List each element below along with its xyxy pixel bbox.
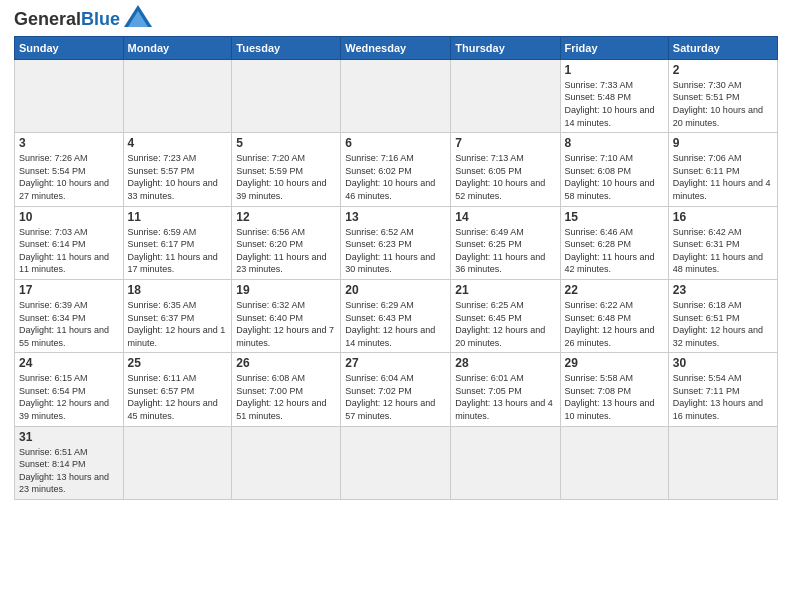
day-info: Sunrise: 6:51 AM Sunset: 8:14 PM Dayligh… [19, 446, 119, 496]
day-info: Sunrise: 6:11 AM Sunset: 6:57 PM Dayligh… [128, 372, 228, 422]
day-info: Sunrise: 5:58 AM Sunset: 7:08 PM Dayligh… [565, 372, 664, 422]
calendar-cell: 17Sunrise: 6:39 AM Sunset: 6:34 PM Dayli… [15, 279, 124, 352]
weekday-header-thursday: Thursday [451, 36, 560, 59]
calendar-cell: 11Sunrise: 6:59 AM Sunset: 6:17 PM Dayli… [123, 206, 232, 279]
calendar-cell: 10Sunrise: 7:03 AM Sunset: 6:14 PM Dayli… [15, 206, 124, 279]
calendar-cell: 26Sunrise: 6:08 AM Sunset: 7:00 PM Dayli… [232, 353, 341, 426]
calendar-cell: 2Sunrise: 7:30 AM Sunset: 5:51 PM Daylig… [668, 59, 777, 132]
calendar-cell: 9Sunrise: 7:06 AM Sunset: 6:11 PM Daylig… [668, 133, 777, 206]
day-info: Sunrise: 6:25 AM Sunset: 6:45 PM Dayligh… [455, 299, 555, 349]
day-number: 12 [236, 210, 336, 224]
week-row-2: 10Sunrise: 7:03 AM Sunset: 6:14 PM Dayli… [15, 206, 778, 279]
day-info: Sunrise: 6:32 AM Sunset: 6:40 PM Dayligh… [236, 299, 336, 349]
day-number: 15 [565, 210, 664, 224]
calendar-cell: 5Sunrise: 7:20 AM Sunset: 5:59 PM Daylig… [232, 133, 341, 206]
day-info: Sunrise: 7:26 AM Sunset: 5:54 PM Dayligh… [19, 152, 119, 202]
calendar-cell: 28Sunrise: 6:01 AM Sunset: 7:05 PM Dayli… [451, 353, 560, 426]
day-info: Sunrise: 6:56 AM Sunset: 6:20 PM Dayligh… [236, 226, 336, 276]
day-info: Sunrise: 7:20 AM Sunset: 5:59 PM Dayligh… [236, 152, 336, 202]
logo-text: GeneralBlue [14, 10, 120, 30]
weekday-header-friday: Friday [560, 36, 668, 59]
week-row-3: 17Sunrise: 6:39 AM Sunset: 6:34 PM Dayli… [15, 279, 778, 352]
day-number: 11 [128, 210, 228, 224]
calendar-cell: 31Sunrise: 6:51 AM Sunset: 8:14 PM Dayli… [15, 426, 124, 499]
calendar-cell: 7Sunrise: 7:13 AM Sunset: 6:05 PM Daylig… [451, 133, 560, 206]
calendar-cell [341, 59, 451, 132]
week-row-4: 24Sunrise: 6:15 AM Sunset: 6:54 PM Dayli… [15, 353, 778, 426]
calendar-cell [123, 426, 232, 499]
week-row-5: 31Sunrise: 6:51 AM Sunset: 8:14 PM Dayli… [15, 426, 778, 499]
day-info: Sunrise: 7:10 AM Sunset: 6:08 PM Dayligh… [565, 152, 664, 202]
calendar-cell: 23Sunrise: 6:18 AM Sunset: 6:51 PM Dayli… [668, 279, 777, 352]
day-info: Sunrise: 7:30 AM Sunset: 5:51 PM Dayligh… [673, 79, 773, 129]
day-number: 20 [345, 283, 446, 297]
day-number: 27 [345, 356, 446, 370]
day-info: Sunrise: 6:52 AM Sunset: 6:23 PM Dayligh… [345, 226, 446, 276]
day-info: Sunrise: 6:39 AM Sunset: 6:34 PM Dayligh… [19, 299, 119, 349]
day-number: 29 [565, 356, 664, 370]
weekday-header-monday: Monday [123, 36, 232, 59]
day-number: 2 [673, 63, 773, 77]
day-info: Sunrise: 6:15 AM Sunset: 6:54 PM Dayligh… [19, 372, 119, 422]
calendar-cell: 24Sunrise: 6:15 AM Sunset: 6:54 PM Dayli… [15, 353, 124, 426]
day-info: Sunrise: 6:22 AM Sunset: 6:48 PM Dayligh… [565, 299, 664, 349]
calendar-cell: 14Sunrise: 6:49 AM Sunset: 6:25 PM Dayli… [451, 206, 560, 279]
day-info: Sunrise: 7:16 AM Sunset: 6:02 PM Dayligh… [345, 152, 446, 202]
day-info: Sunrise: 6:04 AM Sunset: 7:02 PM Dayligh… [345, 372, 446, 422]
day-number: 26 [236, 356, 336, 370]
day-info: Sunrise: 6:46 AM Sunset: 6:28 PM Dayligh… [565, 226, 664, 276]
day-number: 23 [673, 283, 773, 297]
week-row-1: 3Sunrise: 7:26 AM Sunset: 5:54 PM Daylig… [15, 133, 778, 206]
day-info: Sunrise: 7:03 AM Sunset: 6:14 PM Dayligh… [19, 226, 119, 276]
calendar-cell: 18Sunrise: 6:35 AM Sunset: 6:37 PM Dayli… [123, 279, 232, 352]
calendar-cell [451, 426, 560, 499]
calendar-cell: 3Sunrise: 7:26 AM Sunset: 5:54 PM Daylig… [15, 133, 124, 206]
day-info: Sunrise: 5:54 AM Sunset: 7:11 PM Dayligh… [673, 372, 773, 422]
day-info: Sunrise: 7:13 AM Sunset: 6:05 PM Dayligh… [455, 152, 555, 202]
day-number: 31 [19, 430, 119, 444]
calendar-cell [15, 59, 124, 132]
calendar-cell [232, 426, 341, 499]
logo-blue: Blue [81, 9, 120, 29]
day-number: 18 [128, 283, 228, 297]
day-info: Sunrise: 7:23 AM Sunset: 5:57 PM Dayligh… [128, 152, 228, 202]
calendar-cell: 8Sunrise: 7:10 AM Sunset: 6:08 PM Daylig… [560, 133, 668, 206]
calendar-cell: 6Sunrise: 7:16 AM Sunset: 6:02 PM Daylig… [341, 133, 451, 206]
calendar-cell: 20Sunrise: 6:29 AM Sunset: 6:43 PM Dayli… [341, 279, 451, 352]
calendar-cell [560, 426, 668, 499]
day-number: 24 [19, 356, 119, 370]
calendar-cell: 16Sunrise: 6:42 AM Sunset: 6:31 PM Dayli… [668, 206, 777, 279]
day-number: 25 [128, 356, 228, 370]
calendar-cell [341, 426, 451, 499]
weekday-header-sunday: Sunday [15, 36, 124, 59]
weekday-header-tuesday: Tuesday [232, 36, 341, 59]
day-number: 19 [236, 283, 336, 297]
calendar-cell: 12Sunrise: 6:56 AM Sunset: 6:20 PM Dayli… [232, 206, 341, 279]
day-number: 6 [345, 136, 446, 150]
day-number: 4 [128, 136, 228, 150]
day-info: Sunrise: 6:01 AM Sunset: 7:05 PM Dayligh… [455, 372, 555, 422]
calendar-cell: 21Sunrise: 6:25 AM Sunset: 6:45 PM Dayli… [451, 279, 560, 352]
calendar: SundayMondayTuesdayWednesdayThursdayFrid… [14, 36, 778, 500]
calendar-cell: 13Sunrise: 6:52 AM Sunset: 6:23 PM Dayli… [341, 206, 451, 279]
calendar-cell [123, 59, 232, 132]
day-number: 3 [19, 136, 119, 150]
day-number: 5 [236, 136, 336, 150]
day-number: 9 [673, 136, 773, 150]
calendar-cell: 30Sunrise: 5:54 AM Sunset: 7:11 PM Dayli… [668, 353, 777, 426]
day-number: 8 [565, 136, 664, 150]
day-number: 7 [455, 136, 555, 150]
day-info: Sunrise: 6:42 AM Sunset: 6:31 PM Dayligh… [673, 226, 773, 276]
weekday-header-row: SundayMondayTuesdayWednesdayThursdayFrid… [15, 36, 778, 59]
calendar-cell: 1Sunrise: 7:33 AM Sunset: 5:48 PM Daylig… [560, 59, 668, 132]
day-number: 21 [455, 283, 555, 297]
day-number: 17 [19, 283, 119, 297]
day-number: 13 [345, 210, 446, 224]
day-number: 28 [455, 356, 555, 370]
day-info: Sunrise: 6:29 AM Sunset: 6:43 PM Dayligh… [345, 299, 446, 349]
calendar-cell [668, 426, 777, 499]
logo-icon [124, 5, 152, 27]
header: GeneralBlue [14, 10, 778, 30]
logo-general: General [14, 9, 81, 29]
calendar-cell: 29Sunrise: 5:58 AM Sunset: 7:08 PM Dayli… [560, 353, 668, 426]
